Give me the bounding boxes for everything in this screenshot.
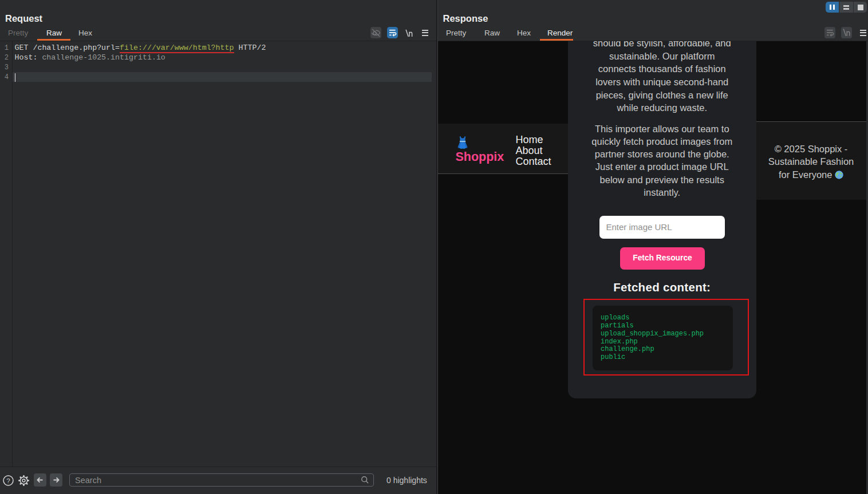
svg-text:?: ? xyxy=(6,477,10,484)
